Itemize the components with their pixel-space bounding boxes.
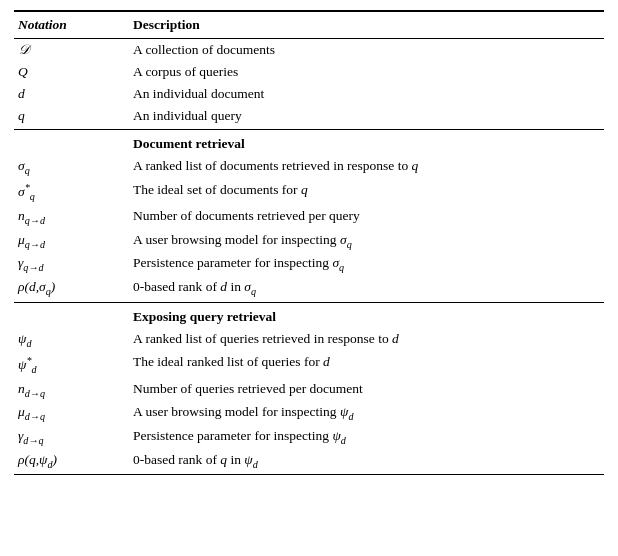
table-row: μd→q A user browsing model for inspectin… xyxy=(14,401,604,425)
table-row: γd→q Persistence parameter for inspectin… xyxy=(14,425,604,449)
table-row: nd→q Number of queries retrieved per doc… xyxy=(14,378,604,402)
section-header-exposing-query: Exposing query retrieval xyxy=(14,302,604,328)
notation-cell: nd→q xyxy=(14,378,129,402)
section-header-label-exposing-query: Exposing query retrieval xyxy=(129,302,604,328)
notation-cell: μd→q xyxy=(14,401,129,425)
notation-cell: nq→d xyxy=(14,205,129,229)
notation-cell: Q xyxy=(14,61,129,83)
notation-cell: γq→d xyxy=(14,252,129,276)
section-header-notation-document-retrieval xyxy=(14,130,129,156)
table-row: q An individual query xyxy=(14,105,604,130)
table-row: ρ(d,σq) 0-based rank of d in σq xyxy=(14,276,604,302)
notation-cell: γd→q xyxy=(14,425,129,449)
table-row: γq→d Persistence parameter for inspectin… xyxy=(14,252,604,276)
table-row: μq→d A user browsing model for inspectin… xyxy=(14,229,604,253)
description-cell: Number of queries retrieved per document xyxy=(129,378,604,402)
notation-table: Notation Description 𝒟 A collection of d… xyxy=(14,10,604,475)
notation-cell: ρ(d,σq) xyxy=(14,276,129,302)
notation-cell: 𝒟 xyxy=(14,39,129,62)
notation-cell: σ*q xyxy=(14,179,129,205)
description-cell: A collection of documents xyxy=(129,39,604,62)
table-row: σq A ranked list of documents retrieved … xyxy=(14,155,604,179)
description-cell: An individual document xyxy=(129,83,604,105)
notation-cell: ψ*d xyxy=(14,351,129,377)
notation-cell: ψd xyxy=(14,328,129,352)
header-notation: Notation xyxy=(14,11,129,39)
description-cell: A user browsing model for inspecting ψd xyxy=(129,401,604,425)
description-cell: Persistence parameter for inspecting ψd xyxy=(129,425,604,449)
description-cell: A ranked list of queries retrieved in re… xyxy=(129,328,604,352)
section-header-document-retrieval: Document retrieval xyxy=(14,130,604,156)
notation-cell: d xyxy=(14,83,129,105)
notation-cell: q xyxy=(14,105,129,130)
header-description: Description xyxy=(129,11,604,39)
section-header-notation-exposing-query xyxy=(14,302,129,328)
section-header-label-document-retrieval: Document retrieval xyxy=(129,130,604,156)
description-cell: Number of documents retrieved per query xyxy=(129,205,604,229)
table-row: ρ(q,ψd) 0-based rank of q in ψd xyxy=(14,449,604,475)
table-row: d An individual document xyxy=(14,83,604,105)
table-row: 𝒟 A collection of documents xyxy=(14,39,604,62)
description-cell: A ranked list of documents retrieved in … xyxy=(129,155,604,179)
description-cell: Persistence parameter for inspecting σq xyxy=(129,252,604,276)
table-row: ψ*d The ideal ranked list of queries for… xyxy=(14,351,604,377)
table-row: Q A corpus of queries xyxy=(14,61,604,83)
description-cell: The ideal set of documents for q xyxy=(129,179,604,205)
notation-cell: ρ(q,ψd) xyxy=(14,449,129,475)
description-cell: An individual query xyxy=(129,105,604,130)
description-cell: 0-based rank of q in ψd xyxy=(129,449,604,475)
notation-cell: μq→d xyxy=(14,229,129,253)
table-row: nq→d Number of documents retrieved per q… xyxy=(14,205,604,229)
description-cell: A user browsing model for inspecting σq xyxy=(129,229,604,253)
description-cell: The ideal ranked list of queries for d xyxy=(129,351,604,377)
description-cell: 0-based rank of d in σq xyxy=(129,276,604,302)
table-row: ψd A ranked list of queries retrieved in… xyxy=(14,328,604,352)
table-row: σ*q The ideal set of documents for q xyxy=(14,179,604,205)
description-cell: A corpus of queries xyxy=(129,61,604,83)
notation-cell: σq xyxy=(14,155,129,179)
